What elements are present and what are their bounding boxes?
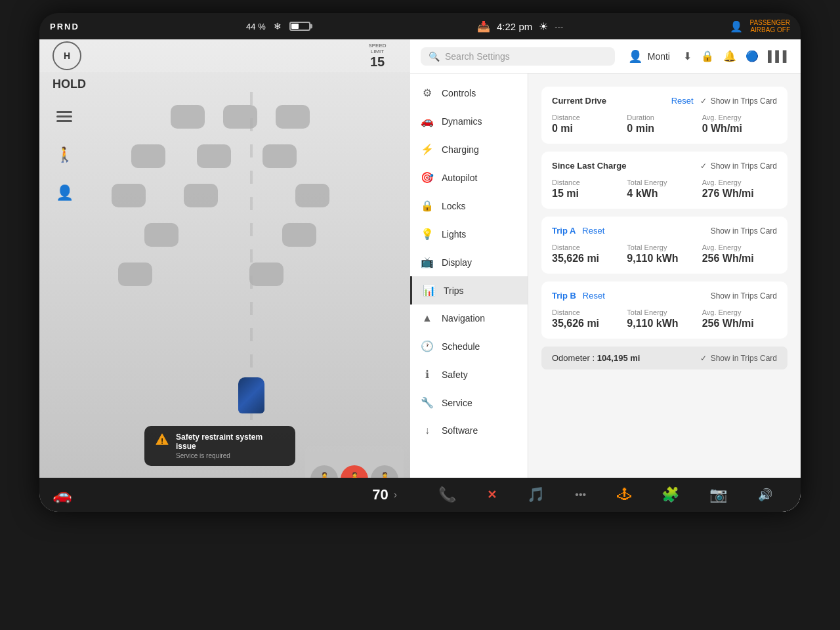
search-placeholder: Search Settings xyxy=(445,51,510,62)
software-label: Software xyxy=(442,425,478,436)
media-icon[interactable]: 🎵 xyxy=(527,486,545,503)
phone-icon[interactable]: 📞 xyxy=(438,486,456,503)
car-bottom-icon[interactable]: 🚗 xyxy=(52,486,72,504)
current-drive-duration: Duration 0 min xyxy=(627,114,702,135)
current-drive-reset[interactable]: Reset xyxy=(671,96,694,106)
since-total-energy: Total Energy 4 kWh xyxy=(627,178,702,200)
notification-bell-icon[interactable]: 🔔 xyxy=(723,50,736,62)
trip-a-total-energy-value: 9,110 kWh xyxy=(627,253,694,264)
sidebar-item-dynamics[interactable]: 🚗 Dynamics xyxy=(410,107,528,135)
speed-limit-value: 15 xyxy=(364,54,390,70)
svg-text:!: ! xyxy=(161,437,163,445)
trip-a-avg-energy-label: Avg. Energy xyxy=(702,243,769,251)
current-drive-stats: Distance 0 mi Duration 0 min Avg. Energy… xyxy=(552,114,777,135)
since-distance-label: Distance xyxy=(552,178,619,186)
search-input-wrapper[interactable]: 🔍 Search Settings xyxy=(421,47,615,66)
status-bar-right: 👤 PASSENGERAIRBAG OFF xyxy=(730,19,790,33)
drive-mode-bar: H SPEEDLIMIT 15 xyxy=(39,39,410,72)
since-total-energy-value: 4 kWh xyxy=(627,188,694,200)
trip-b-total-energy-value: 9,110 kWh xyxy=(627,318,694,329)
surrounding-car xyxy=(171,105,205,129)
car-visualization xyxy=(92,92,410,433)
battery-fill xyxy=(291,24,299,29)
warning-triangle-icon: ! xyxy=(155,432,169,447)
lock-header-icon[interactable]: 🔒 xyxy=(701,50,714,62)
autopilot-icon: 🎯 xyxy=(421,171,434,184)
navigation-label: Navigation xyxy=(442,313,485,324)
lights-label: Lights xyxy=(442,229,466,240)
since-avg-energy: Avg. Energy 276 Wh/mi xyxy=(702,178,777,200)
surrounding-car xyxy=(295,184,329,207)
locks-icon: 🔒 xyxy=(421,200,434,212)
sidebar-item-autopilot[interactable]: 🎯 Autopilot xyxy=(410,163,528,192)
more-icon[interactable]: ••• xyxy=(575,489,586,501)
since-avg-energy-label: Avg. Energy xyxy=(702,178,769,186)
time-display: 4:22 pm xyxy=(497,21,532,32)
current-drive-actions: Reset ✓ Show in Trips Card xyxy=(671,96,777,106)
download-icon[interactable]: ⬇ xyxy=(683,50,692,62)
surrounding-car xyxy=(144,223,178,247)
trip-a-total-energy-label: Total Energy xyxy=(627,243,694,251)
surrounding-car xyxy=(276,105,310,129)
trip-b-show-trips: Show in Trips Card xyxy=(711,291,777,301)
trip-a-reset[interactable]: Reset xyxy=(582,226,604,236)
avg-energy-value: 0 Wh/mi xyxy=(702,123,769,135)
sidebar-item-charging[interactable]: ⚡ Charging xyxy=(410,135,528,163)
camera-icon[interactable]: 📷 xyxy=(709,486,727,503)
surrounding-car xyxy=(223,105,257,129)
odometer-section: Odometer : 104,195 mi ✓ Show in Trips Ca… xyxy=(541,346,788,369)
trip-a-total-energy: Total Energy 9,110 kWh xyxy=(627,243,702,264)
odometer-text: Odometer : 104,195 mi xyxy=(552,353,640,363)
dash-separator: --- xyxy=(555,22,563,32)
trip-a-header: Trip A Reset Show in Trips Card xyxy=(552,226,777,236)
status-bar-left: PRND xyxy=(50,22,79,32)
sidebar-item-locks[interactable]: 🔒 Locks xyxy=(410,192,528,220)
sidebar-item-schedule[interactable]: 🕐 Schedule xyxy=(410,332,528,360)
close-icon[interactable]: ✕ xyxy=(487,488,497,502)
svg-rect-0 xyxy=(56,111,72,113)
display-label: Display xyxy=(442,257,472,268)
trip-b-total-energy: Total Energy 9,110 kWh xyxy=(627,308,702,329)
since-last-charge-header: Since Last Charge ✓ Show in Trips Card xyxy=(552,161,777,171)
trip-b-reset[interactable]: Reset xyxy=(583,291,605,301)
surrounding-car xyxy=(249,262,284,286)
passenger-airbag-indicator: PASSENGERAIRBAG OFF xyxy=(749,19,790,33)
surrounding-car xyxy=(282,223,316,247)
bluetooth-header-icon[interactable]: 🔵 xyxy=(746,50,759,62)
joystick-icon[interactable]: 🕹 xyxy=(617,486,631,503)
puzzle-icon[interactable]: 🧩 xyxy=(662,486,679,503)
sidebar-nav: ⚙ Controls 🚗 Dynamics ⚡ Charging 🎯 Autop… xyxy=(410,74,528,512)
sidebar-item-display[interactable]: 📺 Display xyxy=(410,248,528,276)
since-distance: Distance 15 mi xyxy=(552,178,627,200)
sidebar-item-software[interactable]: ↓ Software xyxy=(410,417,528,444)
service-icon: 🔧 xyxy=(421,396,434,409)
warning-notification: ! Safety restraint system issue Service … xyxy=(144,426,295,466)
trip-a-avg-energy-value: 256 Wh/mi xyxy=(702,253,769,264)
sidebar-item-safety[interactable]: ℹ Safety xyxy=(410,360,528,388)
duration-value: 0 min xyxy=(627,123,694,135)
hold-text: HOLD xyxy=(52,77,86,91)
charging-icon: ⚡ xyxy=(421,143,434,156)
since-last-charge-show-trips: ✓ Show in Trips Card xyxy=(700,161,777,171)
controls-label: Controls xyxy=(442,88,476,98)
dynamics-icon: 🚗 xyxy=(421,115,434,127)
surrounding-car xyxy=(262,144,297,168)
surrounding-car xyxy=(184,184,218,207)
player-car xyxy=(238,377,264,413)
trip-a-section: Trip A Reset Show in Trips Card Distance… xyxy=(541,217,788,274)
autopilot-label: Autopilot xyxy=(442,173,477,183)
current-drive-header: Current Drive Reset ✓ Show in Trips Card xyxy=(552,96,777,106)
warning-text: Safety restraint system issue Service is… xyxy=(176,432,285,459)
svg-rect-2 xyxy=(56,120,72,122)
sidebar-item-controls[interactable]: ⚙ Controls xyxy=(410,79,528,107)
sidebar-item-lights[interactable]: 💡 Lights xyxy=(410,220,528,248)
menu-icon[interactable] xyxy=(52,105,76,129)
volume-icon[interactable]: 🔊 xyxy=(758,488,772,502)
sidebar-item-navigation[interactable]: ▲ Navigation xyxy=(410,304,528,332)
person-warning-icon: 🚶 xyxy=(52,143,76,167)
trip-b-avg-energy-value: 256 Wh/mi xyxy=(702,318,769,329)
sidebar-item-trips[interactable]: 📊 Trips xyxy=(410,276,528,304)
schedule-icon: 🕐 xyxy=(421,340,434,352)
user-name: Monti xyxy=(648,51,670,62)
sidebar-item-service[interactable]: 🔧 Service xyxy=(410,388,528,417)
